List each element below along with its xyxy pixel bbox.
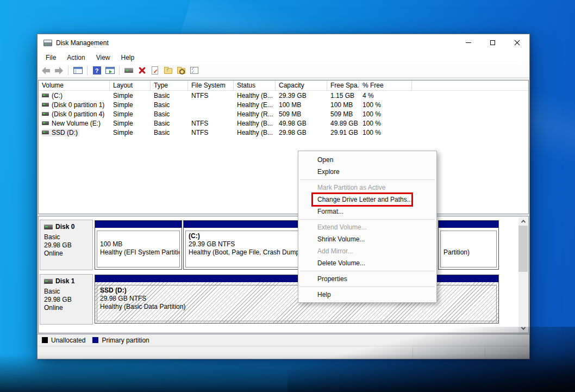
volume-list-header: Volume Layout Type File System Status Ca… <box>39 80 528 91</box>
column-header-status[interactable]: Status <box>234 80 276 90</box>
disk-1-label-panel[interactable]: Disk 1 Basic 29.98 GB Online <box>40 274 93 325</box>
primary-partition-band <box>439 221 498 228</box>
menu-action[interactable]: Action <box>61 52 90 63</box>
toolbar <box>38 64 529 78</box>
volume-icon <box>42 94 49 97</box>
menu-file[interactable]: File <box>40 52 61 63</box>
column-header-file-system[interactable]: File System <box>188 80 234 90</box>
volume-icon <box>42 121 49 125</box>
menu-separator <box>300 219 435 220</box>
folder-search-icon <box>177 68 185 74</box>
delete-button[interactable] <box>137 66 147 76</box>
menu-item-help[interactable]: Help <box>298 289 436 301</box>
show-action-pane-button[interactable] <box>105 66 115 76</box>
menu-item-mark-partition-active: Mark Partition as Active <box>298 182 436 194</box>
maximize-button[interactable] <box>480 34 505 51</box>
volume-icon <box>42 103 49 107</box>
column-header-type[interactable]: Type <box>151 80 188 90</box>
minimize-icon <box>466 42 471 43</box>
menu-item-format[interactable]: Format... <box>298 206 436 217</box>
help-button[interactable] <box>92 66 102 76</box>
check-document-icon <box>152 66 158 74</box>
vertical-scrollbar[interactable] <box>518 217 528 333</box>
partition-ssd-d[interactable]: SSD (D:) 29.98 GB NTFS Healthy (Basic Da… <box>95 275 499 323</box>
primary-partition-swatch <box>92 337 98 343</box>
primary-partition-band <box>95 221 182 228</box>
minimize-button[interactable] <box>456 34 480 51</box>
console-tree-icon <box>73 67 83 74</box>
menu-item-extend-volume: Extend Volume... <box>298 221 436 233</box>
unallocated-swatch <box>42 337 48 343</box>
volume-row-ssd-d[interactable]: SSD (D:) Simple Basic NTFS Healthy (B...… <box>39 128 528 137</box>
disk-management-app-icon <box>43 40 52 46</box>
menu-help[interactable]: Help <box>116 52 140 63</box>
volume-row-new-volume-e[interactable]: New Volume (E:) Simple Basic NTFS Health… <box>39 119 528 128</box>
folder-up-icon <box>164 68 172 74</box>
scroll-up-button[interactable] <box>518 217 528 226</box>
legend-unallocated: Unallocated <box>42 337 85 344</box>
column-header-capacity[interactable]: Capacity <box>276 80 327 90</box>
back-arrow-icon <box>42 67 50 74</box>
primary-partition-band <box>95 275 498 282</box>
partition-recovery[interactable]: Partition) <box>438 220 499 270</box>
check-document-button[interactable] <box>150 66 160 76</box>
column-header-filler <box>412 80 528 90</box>
volume-row-disk0-part1[interactable]: (Disk 0 partition 1) Simple Basic Health… <box>39 100 528 109</box>
close-icon <box>514 40 520 46</box>
menu-item-properties[interactable]: Properties <box>298 273 436 285</box>
wallpaper-corner-shade <box>288 327 575 392</box>
menu-separator <box>300 179 435 180</box>
volume-row-disk0-part4[interactable]: (Disk 0 partition 4) Simple Basic Health… <box>39 109 528 119</box>
context-menu: Open Explore Mark Partition as Active Ch… <box>298 151 437 303</box>
delete-red-x-icon <box>139 67 146 74</box>
scrollbar-thumb[interactable] <box>518 226 528 272</box>
maximize-icon <box>490 40 495 45</box>
title-bar[interactable]: Disk Management <box>38 34 529 51</box>
volume-list: Volume Layout Type File System Status Ca… <box>38 80 529 214</box>
column-header-volume[interactable]: Volume <box>39 80 110 90</box>
action-pane-icon <box>105 67 115 74</box>
toolbar-separator <box>119 66 120 75</box>
column-header-layout[interactable]: Layout <box>110 80 151 90</box>
disk-icon <box>44 279 53 284</box>
menu-separator <box>300 287 435 287</box>
disk-graphical-view: Disk 0 Basic 29.98 GB Online 100 MB Heal… <box>38 216 529 333</box>
menu-bar: File Action View Help <box>38 51 529 64</box>
disk-properties-button[interactable] <box>124 66 134 76</box>
forward-button[interactable] <box>54 66 64 76</box>
legend-primary-partition: Primary partition <box>92 337 149 344</box>
volume-icon <box>42 112 49 116</box>
open-button[interactable] <box>163 66 173 76</box>
menu-item-explore[interactable]: Explore <box>298 166 436 178</box>
menu-item-change-drive-letter[interactable]: Change Drive Letter and Paths... <box>298 194 436 206</box>
disk-icon <box>44 225 53 229</box>
view-options-button[interactable] <box>189 66 199 76</box>
window-title: Disk Management <box>56 39 109 47</box>
partition-efi-system[interactable]: 100 MB Healthy (EFI System Partitio <box>95 220 182 270</box>
menu-item-open[interactable]: Open <box>298 154 436 166</box>
toolbar-separator <box>68 66 68 75</box>
column-header-pct-free[interactable]: % Free <box>359 80 412 90</box>
caption-buttons <box>456 34 529 51</box>
disk-management-window: Disk Management File Action View Help <box>37 34 530 359</box>
menu-separator <box>300 271 435 271</box>
checklist-icon <box>190 67 198 74</box>
explore-button[interactable] <box>176 66 186 76</box>
back-button[interactable] <box>41 66 51 76</box>
desktop: Disk Management File Action View Help <box>0 0 575 392</box>
menu-item-shrink-volume[interactable]: Shrink Volume... <box>298 233 436 245</box>
volume-icon <box>42 130 49 134</box>
chevron-up-icon <box>521 220 525 224</box>
disk-drive-icon <box>124 68 133 73</box>
column-header-free-space[interactable]: Free Spa... <box>327 80 359 90</box>
forward-arrow-icon <box>55 67 63 74</box>
volume-row-c[interactable]: (C:) Simple Basic NTFS Healthy (B... 29.… <box>39 91 528 100</box>
toolbar-separator <box>87 66 88 75</box>
menu-item-add-mirror: Add Mirror... <box>298 245 436 257</box>
menu-view[interactable]: View <box>91 52 116 63</box>
show-console-tree-button[interactable] <box>73 66 83 76</box>
help-icon <box>93 66 101 74</box>
disk-0-label-panel[interactable]: Disk 0 Basic 29.98 GB Online <box>40 220 93 270</box>
menu-item-delete-volume[interactable]: Delete Volume... <box>298 257 436 269</box>
close-button[interactable] <box>505 34 529 51</box>
